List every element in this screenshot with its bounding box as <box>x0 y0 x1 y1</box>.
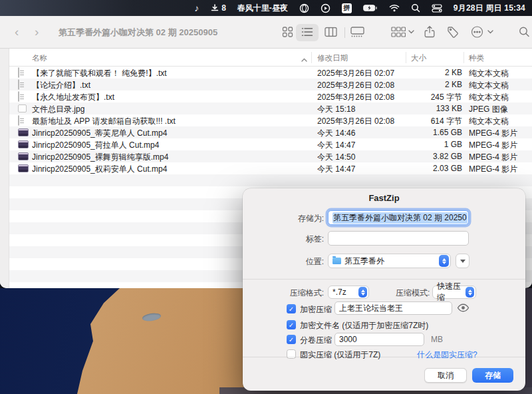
split-size-input[interactable]: 3000 <box>334 333 424 346</box>
where-popup[interactable]: 第五季番外 <box>328 254 451 268</box>
file-name: 最新地址及 APP 请发邮箱自动获取!!! .txt <box>32 116 298 127</box>
tag-icon[interactable] <box>447 26 459 38</box>
chevron-down-icon <box>460 260 466 263</box>
cancel-button[interactable]: 取消 <box>424 368 467 383</box>
table-row[interactable]: 文件总目录.jpg 今天 15:18 133 KB JPEG 图像 <box>0 102 532 114</box>
list-header: 名称 修改日期 大小 种类 <box>0 49 532 67</box>
file-name: Jinricp20250905_蒂芙尼单人 Cut.mp4 <box>32 128 298 139</box>
file-kind: 纯文本文稿 <box>469 80 532 91</box>
file-kind: MPEG-4 影片 <box>469 128 532 139</box>
table-row[interactable]: 【论坛介绍】.txt 2025年3月26日 02:08 2 KB 纯文本文稿 <box>0 79 532 91</box>
format-popup[interactable]: *.7z <box>328 286 369 299</box>
menu-bar: ♪ 8 春风十里-昼夜 拼 9月28日 周日 15:34 <box>0 0 532 16</box>
column-header-kind[interactable]: 种类 <box>469 53 484 63</box>
solid-label: 固实压缩 (仅适用于7Z) <box>300 349 380 361</box>
table-row[interactable]: 【永久地址发布页】.txt 2025年3月26日 02:08 245 字节 纯文… <box>0 91 532 102</box>
tags-label: 标签: <box>243 234 324 245</box>
solid-help-link[interactable]: 什么是固实压缩? <box>417 349 477 361</box>
back-button[interactable]: ‹ <box>15 25 19 39</box>
forward-button[interactable]: › <box>35 25 39 39</box>
file-date: 2025年3月26日 02:07 <box>317 68 407 79</box>
dialog-separator <box>243 279 525 280</box>
password-input[interactable]: 上老王论坛当老王 <box>334 301 452 315</box>
mode-label: 压缩模式: <box>396 288 430 299</box>
split-label: 分卷压缩 <box>300 335 332 346</box>
file-kind: MPEG-4 影片 <box>469 152 532 163</box>
save-as-selected-text: 第五季番外篇小咖对决第 02 期 20250 <box>332 212 467 224</box>
column-header-name[interactable]: 名称 <box>32 53 47 63</box>
column-divider[interactable] <box>464 52 464 63</box>
table-row[interactable]: Jinricp20250905_荷拉单人 Cut.mp4 今天 14:47 1 … <box>0 138 532 150</box>
show-password-eye-icon[interactable] <box>457 303 469 314</box>
file-icon <box>18 164 29 172</box>
dialog-title: FastZip <box>243 193 525 203</box>
format-value: *.7z <box>332 288 355 297</box>
download-count: 8 <box>221 3 226 13</box>
fastzip-dialog: FastZip 存储为: 第五季番外篇小咖对决第 02 期 20250 标签: … <box>243 188 525 391</box>
dialog-separator <box>243 357 525 357</box>
column-header-size[interactable]: 大小 <box>411 53 426 63</box>
encrypt-checkbox[interactable]: ✓ <box>287 304 296 313</box>
file-name: Jinricp20250905_荷拉单人 Cut.mp4 <box>32 140 298 151</box>
file-date: 今天 14:46 <box>317 128 407 139</box>
column-header-date[interactable]: 修改日期 <box>317 53 348 63</box>
more-actions-icon[interactable] <box>471 26 483 39</box>
group-by-chevron-icon[interactable] <box>408 30 414 34</box>
tiktok-icon[interactable]: ♪ <box>194 3 199 13</box>
more-actions-chevron-icon[interactable] <box>487 30 493 34</box>
table-row[interactable]: 最新地址及 APP 请发邮箱自动获取!!! .txt 2025年3月26日 02… <box>0 114 532 126</box>
format-label: 压缩格式: <box>243 288 324 299</box>
mode-popup[interactable]: 快速压缩 <box>432 286 476 299</box>
column-divider[interactable] <box>406 52 406 63</box>
search-icon[interactable] <box>411 3 420 13</box>
wifi-icon[interactable] <box>389 4 400 12</box>
group-by-icon[interactable] <box>391 27 406 37</box>
menu-clock[interactable]: 9月28日 周日 15:34 <box>454 3 525 14</box>
file-size: 245 字节 <box>399 92 462 103</box>
gallery-view-icon[interactable] <box>350 27 364 37</box>
table-row[interactable]: Jinricp20250905_蒂芙尼单人 Cut.mp4 今天 14:46 1… <box>0 126 532 138</box>
save-as-input[interactable]: 第五季番外篇小咖对决第 02 期 20250 <box>328 210 469 225</box>
icon-view-icon[interactable] <box>282 27 293 38</box>
file-date: 2025年3月26日 02:08 <box>317 116 407 127</box>
share-icon[interactable] <box>424 26 435 39</box>
tags-input[interactable] <box>328 231 469 246</box>
save-button[interactable]: 存储 <box>472 368 513 383</box>
file-size: 133 KB <box>399 104 462 113</box>
table-row[interactable]: 【来了就能下载和观看！ 纯免费!】.txt 2025年3月26日 02:07 2… <box>0 67 532 79</box>
list-view-icon[interactable] <box>301 27 313 37</box>
play-circle-icon[interactable] <box>321 3 331 13</box>
download-icon <box>210 3 219 13</box>
globe-icon[interactable] <box>299 3 309 13</box>
file-size: 2.03 GB <box>399 164 462 173</box>
toolbar-search-icon[interactable] <box>519 27 530 38</box>
input-method-badge[interactable]: 拼 <box>342 3 352 13</box>
file-date: 今天 14:50 <box>317 152 407 163</box>
control-center-icon[interactable] <box>432 4 442 13</box>
now-playing-title[interactable]: 春风十里-昼夜 <box>237 3 288 14</box>
finder-toolbar: ‹ › 第五季番外篇小咖对决第 02 期 20250905 <box>0 16 532 49</box>
column-view-icon[interactable] <box>325 27 337 37</box>
file-date: 今天 14:47 <box>317 164 407 175</box>
encrypt-names-checkbox[interactable]: ✓ <box>287 320 296 329</box>
folder-icon <box>332 258 341 264</box>
file-icon <box>18 104 27 112</box>
battery-icon[interactable] <box>363 4 378 12</box>
file-icon <box>18 91 19 102</box>
split-checkbox[interactable]: ✓ <box>287 335 296 344</box>
download-status[interactable]: 8 <box>210 3 226 13</box>
column-divider[interactable] <box>311 52 312 63</box>
file-icon <box>18 115 19 126</box>
file-size: 1.65 GB <box>399 128 462 137</box>
file-name: 文件总目录.jpg <box>32 104 298 115</box>
save-as-label: 存储为: <box>243 213 324 224</box>
file-icon <box>18 140 29 148</box>
table-row[interactable]: Jinricp20250905_权莉安单人 Cut.mp4 今天 14:47 2… <box>0 162 532 174</box>
file-size: 3.82 GB <box>399 152 462 161</box>
expand-dialog-button[interactable] <box>456 254 469 268</box>
split-unit-label: MB <box>431 335 443 344</box>
sort-ascending-icon[interactable] <box>301 55 307 63</box>
file-icon <box>18 152 29 160</box>
file-name: Jinricp20250905_权莉安单人 Cut.mp4 <box>32 164 298 175</box>
table-row[interactable]: Jinricp20250905_裸舞剪辑纯享版.mp4 今天 14:50 3.8… <box>0 150 532 162</box>
